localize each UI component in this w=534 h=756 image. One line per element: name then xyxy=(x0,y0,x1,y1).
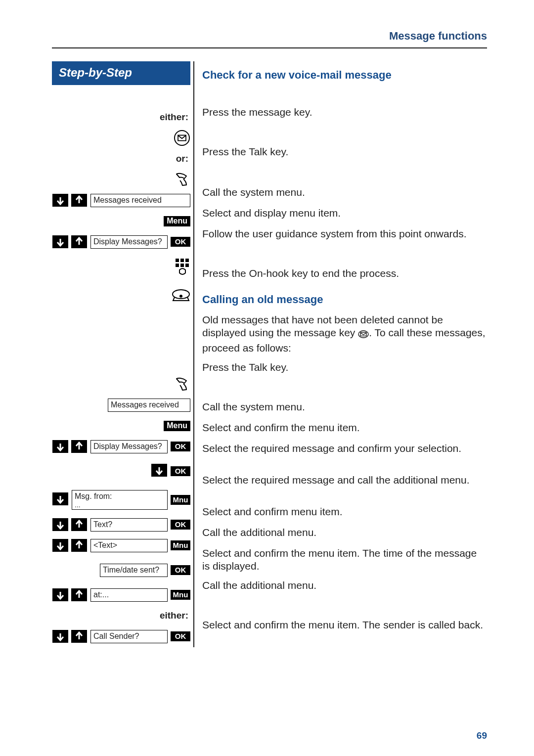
svg-rect-8 xyxy=(185,259,189,262)
display-text-q: Text? xyxy=(90,518,168,532)
mnu-button[interactable]: Mnu xyxy=(171,540,190,550)
label-either: either: xyxy=(52,610,190,621)
instr-select-required-confirm: Select the required message and confirm … xyxy=(202,439,487,471)
up-down-arrows xyxy=(52,193,88,207)
ok-button[interactable]: OK xyxy=(171,237,190,247)
display-messages-received: Messages received xyxy=(108,399,190,412)
page-number: 69 xyxy=(477,730,487,741)
ok-button[interactable]: OK xyxy=(171,442,190,451)
display-display-messages: Display Messages? xyxy=(90,440,168,453)
instr-call-menu: Call the system menu. xyxy=(202,398,487,418)
up-down-arrows xyxy=(52,588,88,602)
instr-follow: Follow the user guidance system from thi… xyxy=(202,224,487,259)
message-key-icon xyxy=(174,130,190,146)
instr-call-menu: Call the system menu. xyxy=(202,183,487,204)
svg-rect-6 xyxy=(176,259,179,262)
svg-rect-7 xyxy=(180,259,184,262)
onhook-key-icon xyxy=(172,288,190,302)
instr-press-talk: Press the Talk key. xyxy=(202,142,487,163)
section1-title: Check for a new voice-mail message xyxy=(202,63,487,86)
instr-onhook: Press the On-hook key to end the process… xyxy=(202,259,487,285)
instr-press-talk: Press the Talk key. xyxy=(202,358,487,379)
left-column: Step-by-Step either: or: Message xyxy=(52,61,194,647)
talk-key-icon xyxy=(174,377,190,392)
menu-button[interactable]: Menu xyxy=(164,421,190,431)
right-column: Check for a new voice-mail message Press… xyxy=(194,61,487,647)
instr-sel-conf-item: Select and confirm menu item. xyxy=(202,502,487,523)
display-text: <Text> xyxy=(90,539,168,552)
up-down-arrows xyxy=(52,538,88,552)
section2-title: Calling an old message xyxy=(202,285,487,311)
ok-button[interactable]: OK xyxy=(171,565,190,575)
label-or: or: xyxy=(52,153,190,164)
svg-rect-11 xyxy=(185,264,189,267)
step-by-step-bar: Step-by-Step xyxy=(52,61,190,85)
svg-point-13 xyxy=(179,295,182,298)
up-down-arrows xyxy=(52,235,88,249)
two-column-layout: Step-by-Step either: or: Message xyxy=(52,61,487,647)
instr-press-message-key: Press the message key. xyxy=(202,103,487,124)
menu-button[interactable]: Menu xyxy=(164,216,190,226)
svg-point-26 xyxy=(358,331,368,338)
instr-select-display: Select and display menu item. xyxy=(202,204,487,224)
display-display-messages: Display Messages? xyxy=(90,235,168,249)
keypad-icon xyxy=(175,258,190,275)
instr-time-displayed: Select and confirm the menu item. The ti… xyxy=(202,544,487,576)
svg-rect-10 xyxy=(180,264,184,267)
section-header: Message functions xyxy=(52,30,487,48)
ok-button[interactable]: OK xyxy=(171,520,190,530)
mnu-button[interactable]: Mnu xyxy=(171,590,190,600)
instr-call-additional: Call the additional menu. xyxy=(202,523,487,544)
instr-call-additional: Call the additional menu. xyxy=(202,576,487,597)
display-msg-from: Msg. from:... xyxy=(72,490,168,509)
display-call-sender: Call Sender? xyxy=(90,630,168,643)
mnu-button[interactable]: Mnu xyxy=(171,495,190,505)
svg-rect-9 xyxy=(176,264,179,267)
display-at: at:... xyxy=(90,588,168,602)
display-messages-received: Messages received xyxy=(90,194,190,207)
instr-select-confirm: Select and confirm the menu item. xyxy=(202,418,487,439)
manual-page: Message functions Step-by-Step either: o… xyxy=(0,0,534,756)
message-key-inline-icon xyxy=(358,328,369,341)
label-either: either: xyxy=(52,112,190,123)
down-arrow xyxy=(151,463,168,479)
ok-button[interactable]: OK xyxy=(171,466,190,476)
up-down-arrows xyxy=(52,518,88,532)
instr-select-required-addl: Select the required message and call the… xyxy=(202,471,487,502)
section2-intro: Old messages that have not been deleted … xyxy=(202,311,487,358)
display-time-sent: Time/date sent? xyxy=(100,564,168,577)
up-down-arrows xyxy=(52,629,88,643)
up-down-arrows xyxy=(52,440,88,453)
instr-call-sender: Select and confirm the menu item. The se… xyxy=(202,616,487,647)
down-arrow xyxy=(52,492,69,508)
talk-key-icon xyxy=(174,172,190,187)
ok-button[interactable]: OK xyxy=(171,631,190,641)
